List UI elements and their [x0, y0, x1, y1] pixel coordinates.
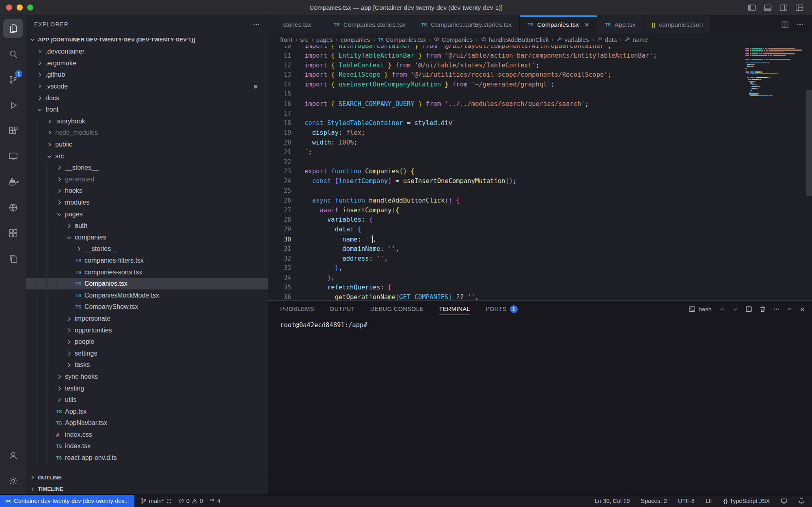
breadcrumb-handleAddButtonClick[interactable]: handleAddButtonClick: [481, 36, 549, 43]
remote-indicator[interactable]: >< Container dev-twenty-dev (dev-twenty-…: [0, 495, 134, 507]
code-line-20[interactable]: 20 width: 100%;: [268, 138, 812, 148]
workspace-section-header[interactable]: APP [CONTAINER DEV-TWENTY-DEV (DEV-TWENT…: [26, 33, 268, 46]
tree-item-.github[interactable]: .github: [26, 69, 268, 81]
more-actions-icon[interactable]: [773, 306, 780, 313]
customize-layout-icon[interactable]: [795, 3, 804, 12]
tree-item-.devcontainer[interactable]: .devcontainer: [26, 46, 268, 58]
tree-item-hooks[interactable]: hooks: [26, 185, 268, 197]
minimap[interactable]: [745, 48, 806, 97]
code-line-19[interactable]: 19 display: flex;: [268, 128, 812, 138]
new-terminal-icon[interactable]: [719, 306, 726, 313]
code-line-21[interactable]: 21`;: [268, 148, 812, 157]
tab-Companies.tsx[interactable]: TSCompanies.tsx×: [520, 15, 597, 34]
source-control-icon[interactable]: 1: [3, 70, 23, 89]
tree-item-__stories__[interactable]: __stories__: [26, 162, 268, 174]
language-mode-status[interactable]: {} TypeScript JSX: [723, 498, 770, 504]
code-line-13[interactable]: 13import { RecoilScope } from '@/ui/util…: [268, 70, 812, 80]
eol-status[interactable]: LF: [706, 498, 713, 504]
close-panel-icon[interactable]: ×: [800, 305, 805, 313]
tree-item-Companies.tsx[interactable]: TSCompanies.tsx: [26, 278, 268, 290]
breadcrumb-src[interactable]: src: [300, 36, 308, 43]
more-actions-icon[interactable]: [253, 21, 260, 28]
shell-selector[interactable]: bash: [689, 306, 712, 313]
code-line-33[interactable]: 33 },: [268, 263, 812, 273]
breadcrumb-front[interactable]: front: [280, 36, 292, 43]
code-line-30[interactable]: 30 name: '',: [268, 235, 812, 244]
timeline-section[interactable]: TIMELINE: [26, 483, 268, 494]
panel-tab-OUTPUT[interactable]: OUTPUT: [330, 301, 355, 317]
tree-item-.ergomake[interactable]: .ergomake: [26, 58, 268, 69]
minimize-window-button[interactable]: [17, 4, 23, 11]
web-globe-icon[interactable]: [3, 198, 23, 217]
screen-status[interactable]: [781, 498, 787, 504]
code-line-18[interactable]: 18const StyledTableContainer = styled.di…: [268, 119, 812, 128]
tree-item-index.tsx[interactable]: TSindex.tsx: [26, 440, 268, 452]
split-terminal-icon[interactable]: [745, 306, 752, 313]
more-actions-icon[interactable]: [796, 21, 804, 28]
breadcrumb-data[interactable]: data: [597, 36, 617, 43]
code-line-16[interactable]: 16import { SEARCH_COMPANY_QUERY } from '…: [268, 99, 812, 109]
code-line-28[interactable]: 28 variables: {: [268, 215, 812, 225]
explorer-icon[interactable]: [3, 19, 23, 38]
notifications-status[interactable]: [798, 498, 805, 504]
toggle-primary-sidebar-icon[interactable]: [747, 3, 756, 12]
ports-status[interactable]: 4: [209, 498, 220, 504]
tree-item-settings[interactable]: settings: [26, 347, 268, 359]
tree-item-impersonate[interactable]: impersonate: [26, 313, 268, 325]
problems-status[interactable]: 0 0: [178, 498, 203, 504]
outline-section[interactable]: OUTLINE: [26, 472, 268, 483]
grid-icon[interactable]: [3, 223, 23, 243]
tree-item-index.css[interactable]: #index.css: [26, 429, 268, 441]
tree-item-pages[interactable]: pages: [26, 208, 268, 220]
code-line-17[interactable]: 17: [268, 109, 812, 119]
tab-companies.json[interactable]: {}companies.json: [644, 15, 711, 34]
code-line-26[interactable]: 26 async function handleAddButtonClick()…: [268, 196, 812, 206]
remote-explorer-icon[interactable]: [3, 147, 23, 166]
extensions-icon[interactable]: [3, 121, 23, 140]
code-line-14[interactable]: 14import { useInsertOneCompanyMutation }…: [268, 80, 812, 90]
tree-item-CompanyShow.tsx[interactable]: TSCompanyShow.tsx: [26, 301, 268, 313]
tree-item-node_modules[interactable]: node_modules: [26, 127, 268, 139]
panel-tab-TERMINAL[interactable]: TERMINAL: [439, 301, 471, 317]
tab-Companies.sortBy.stories.tsx[interactable]: TSCompanies.sortBy.stories.tsx: [413, 15, 520, 34]
tree-item-AppNavbar.tsx[interactable]: TSAppNavbar.tsx: [26, 417, 268, 429]
tree-item-.storybook[interactable]: .storybook: [26, 116, 268, 127]
breadcrumb-variables[interactable]: variables: [557, 36, 589, 43]
tree-item-people[interactable]: people: [26, 336, 268, 348]
tree-item-companies[interactable]: companies: [26, 232, 268, 244]
tree-item-testing[interactable]: testing: [26, 382, 268, 394]
kill-terminal-trash-icon[interactable]: [759, 306, 766, 313]
tree-item-auth[interactable]: auth: [26, 220, 268, 232]
breadcrumb-companies[interactable]: companies: [341, 36, 370, 43]
zoom-window-button[interactable]: [27, 4, 33, 11]
terminal-output[interactable]: root@0a42ecd84891:/app#: [268, 317, 812, 329]
code-line-31[interactable]: 31 domainName: '',: [268, 244, 812, 254]
panel-tab-PORTS[interactable]: PORTS1: [486, 301, 518, 317]
tree-item-CompaniesMockMode.tsx[interactable]: TSCompaniesMockMode.tsx: [26, 289, 268, 301]
breadcrumb-name[interactable]: name: [624, 36, 648, 43]
code-line-24[interactable]: 24 const [insertCompany] = useInsertOneC…: [268, 177, 812, 186]
close-window-button[interactable]: [6, 4, 12, 11]
code-line-25[interactable]: 25: [268, 186, 812, 196]
encoding-status[interactable]: UTF-8: [678, 498, 695, 504]
tree-item-public[interactable]: public: [26, 139, 268, 151]
breadcrumb-pages[interactable]: pages: [316, 36, 333, 43]
tree-item-tasks[interactable]: tasks: [26, 359, 268, 371]
code-line-22[interactable]: 22: [268, 157, 812, 167]
tree-item-App.tsx[interactable]: TSApp.tsx: [26, 406, 268, 417]
accounts-icon[interactable]: [3, 445, 23, 465]
tree-item-companies-filters.tsx[interactable]: TScompanies-filters.tsx: [26, 255, 268, 267]
tree-item-modules[interactable]: modules: [26, 197, 268, 209]
split-editor-icon[interactable]: [781, 21, 789, 28]
toggle-panel-icon[interactable]: [763, 3, 772, 12]
panel-tab-DEBUG CONSOLE[interactable]: DEBUG CONSOLE: [370, 301, 424, 317]
tree-item-src[interactable]: src: [26, 150, 268, 162]
code-line-29[interactable]: 29 data: {: [268, 225, 812, 235]
breadcrumb-Companies.tsx[interactable]: TSCompanies.tsx: [378, 36, 426, 43]
tab-Companies.stories.tsx[interactable]: TSCompanies.stories.tsx: [326, 15, 413, 34]
tab-App.tsx[interactable]: TSApp.tsx: [597, 15, 644, 34]
toggle-secondary-sidebar-icon[interactable]: [779, 3, 788, 12]
chevron-down-icon[interactable]: [732, 306, 739, 312]
run-debug-icon[interactable]: [3, 95, 23, 115]
indentation-status[interactable]: Spaces: 2: [641, 498, 667, 504]
